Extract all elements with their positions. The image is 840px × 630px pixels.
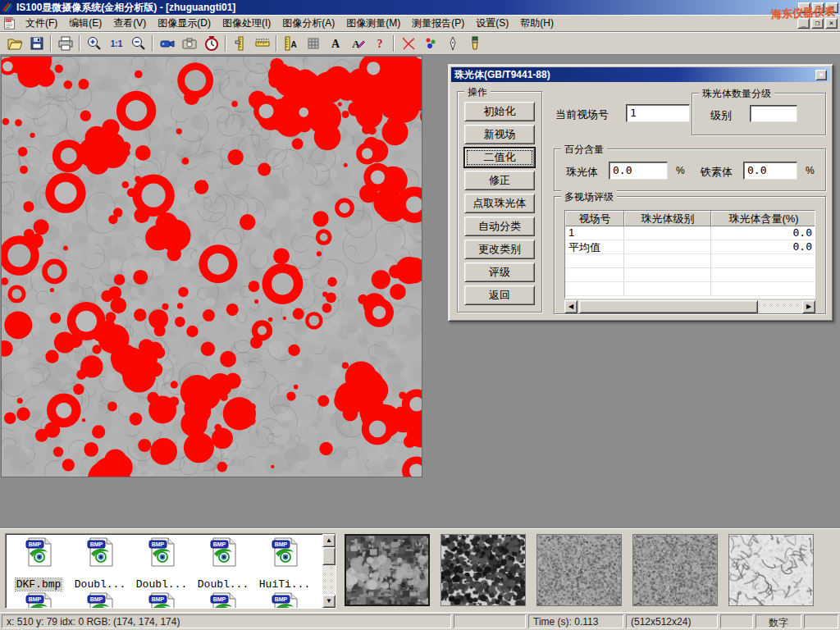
menu-item-3[interactable]: 查看(V) [107,15,152,32]
timer-button[interactable] [200,34,222,53]
menu-item-8[interactable]: 测量报告(P) [406,15,470,32]
scroll-thumb[interactable] [322,547,336,565]
help-button[interactable] [368,34,390,53]
table-row[interactable] [565,254,815,268]
status-empty-2 [720,614,753,628]
op-button-1[interactable]: 初始化 [464,102,535,121]
document-icon[interactable] [2,16,16,30]
mdi-restore-button[interactable]: ❐ [811,18,824,29]
pen-tool-button[interactable] [441,34,463,53]
scroll-track[interactable] [758,300,802,313]
op-button-3[interactable]: 二值化 [464,148,535,167]
annotate-button[interactable] [346,34,368,53]
scroll-right-button[interactable]: ▶ [802,300,815,313]
print-icon [57,35,74,52]
thumbnail-5[interactable] [728,534,814,606]
measure-label-button[interactable] [280,34,302,53]
current-field-input[interactable]: 1 [626,104,690,122]
menu-item-1[interactable]: 文件(F) [20,15,63,32]
pearlite-label: 珠光体 [566,165,598,180]
thumbnail-1[interactable] [345,534,430,606]
menu-item-9[interactable]: 设置(S) [470,15,514,32]
thumbnail-strip [345,534,814,606]
file-item[interactable] [254,592,315,609]
file-item[interactable]: Doubl... [70,537,130,591]
file-item[interactable] [8,592,69,609]
grade-input[interactable] [750,105,797,122]
table-row[interactable]: 10.0 [565,226,815,240]
thumbnail-3[interactable] [536,534,622,606]
mdi-minimize-button[interactable]: _ [797,18,810,29]
window-minimize-button[interactable]: _ [798,2,810,13]
menu-item-10[interactable]: 帮助(H) [514,15,559,32]
op-button-4[interactable]: 修正 [464,171,535,190]
table-row[interactable]: 平均值0.0 [565,240,815,254]
ruler-button[interactable] [251,34,273,53]
scroll-up-button[interactable]: ▲ [322,534,336,547]
scroll-left-button[interactable]: ◀ [564,300,578,313]
file-browser-scrollbar[interactable]: ▲ ▼ [322,534,336,608]
mdi-close-button[interactable]: × [825,18,838,29]
status-image-size: (512x512x24) [626,614,718,628]
table-cell: 0.0 [711,240,815,254]
table-row[interactable] [565,282,815,296]
menu-item-7[interactable]: 图像测量(M) [340,15,406,32]
op-button-2[interactable]: 新视场 [464,125,535,144]
dialog-title: 珠光体(GB/T9441-88) [454,68,550,82]
curve-tool-button[interactable] [397,34,419,53]
operation-group: 操作 初始化新视场二值化修正点取珠光体自动分类更改类别评级返回 [457,91,542,313]
dialog-close-button[interactable]: × [815,70,827,80]
menu-item-2[interactable]: 编辑(E) [63,15,107,32]
table-horizontal-scrollbar[interactable]: ◀ ▶ [564,300,815,313]
file-name: Doubl... [135,578,188,591]
menu-item-5[interactable]: 图像处理(I) [217,15,276,32]
op-button-9[interactable]: 返回 [464,285,535,305]
file-item[interactable]: DKF.bmp [8,537,69,591]
menu-item-4[interactable]: 图像显示(D) [152,15,217,32]
op-button-7[interactable]: 更改类别 [464,240,535,259]
file-item[interactable]: Doubl... [193,537,253,591]
dialog-title-bar[interactable]: 珠光体(GB/T9441-88) × [451,67,830,82]
window-close-button[interactable]: × [826,2,838,13]
actual-size-button[interactable] [105,34,127,53]
menu-item-6[interactable]: 图像分析(A) [276,15,340,32]
file-item[interactable]: HuiTi... [254,537,315,591]
ferrite-percent-input[interactable]: 0.0 [743,162,797,180]
file-item[interactable]: Doubl... [131,537,192,591]
thumbnail-2[interactable] [441,534,526,606]
text-button[interactable] [324,34,346,53]
percent-group: 百分含量 珠光体 0.0 % 铁素体 0.0 % [554,148,826,191]
scroll-down-button[interactable]: ▼ [322,595,336,608]
table-row[interactable] [565,268,815,282]
window-restore-button[interactable]: ❐ [812,2,824,13]
open-button[interactable] [3,34,25,53]
op-button-8[interactable]: 评级 [464,262,535,282]
file-item[interactable] [70,592,130,609]
zoom-in-button[interactable] [83,34,105,53]
file-item[interactable] [131,592,192,609]
toolbar-separator [276,35,277,52]
micrograph-image[interactable] [2,57,422,477]
multi-field-table[interactable]: 视场号珠光体级别珠光体含量(%)铁素体含量(%)10.0平均值0.0 [564,210,815,299]
video-camera-button[interactable] [156,34,178,53]
zoom-out-button[interactable] [127,34,149,53]
thumbnail-4[interactable] [632,534,718,606]
save-button[interactable] [25,34,48,53]
grid-button[interactable] [302,34,324,53]
percent-group-label: 百分含量 [561,143,607,157]
caliper-icon [232,35,249,52]
text-icon [327,35,344,52]
camera-button[interactable] [178,34,200,53]
classify-button[interactable] [419,34,441,53]
op-button-5[interactable]: 点取珠光体 [464,194,535,213]
table-cell [565,268,624,282]
table-header-cell: 珠光体级别 [624,211,711,226]
toolbar-separator [50,35,52,52]
pearlite-percent-input[interactable]: 0.0 [609,162,668,180]
brush-tool-button[interactable] [463,34,486,53]
print-button[interactable] [54,34,76,53]
op-button-6[interactable]: 自动分类 [464,217,535,236]
file-item[interactable] [193,592,253,609]
scroll-thumb[interactable] [579,300,758,313]
caliper-button[interactable] [229,34,251,53]
